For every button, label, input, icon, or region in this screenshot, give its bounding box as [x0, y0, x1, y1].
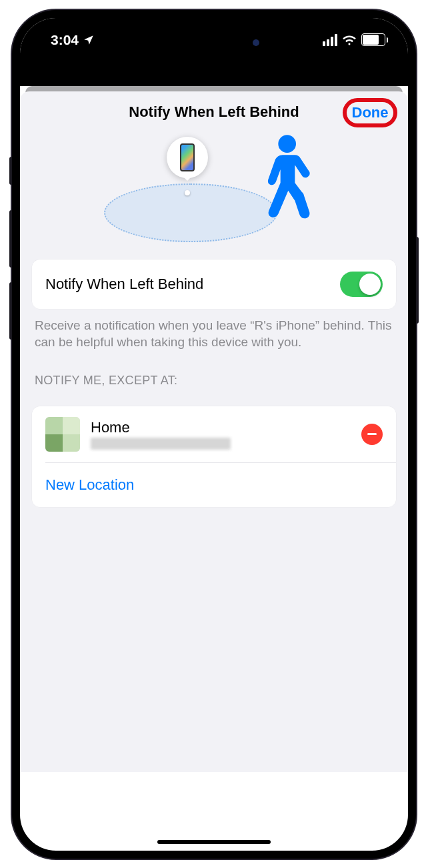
- location-address-redacted: [91, 438, 231, 450]
- status-time-group: 3:04: [40, 32, 95, 48]
- svg-point-0: [278, 135, 296, 153]
- illustration: [20, 133, 408, 248]
- locations-card: Home New Location: [32, 406, 396, 507]
- remove-location-button[interactable]: [361, 424, 383, 445]
- new-location-button[interactable]: New Location: [32, 463, 396, 507]
- volume-down-button: [9, 282, 12, 340]
- description-text: Receive a notification when you leave “R…: [20, 309, 408, 351]
- done-button[interactable]: Done: [352, 104, 389, 121]
- notify-toggle[interactable]: [340, 272, 383, 297]
- location-text: Home: [91, 419, 351, 450]
- status-bar-bg: [20, 57, 408, 86]
- settings-sheet: Notify When Left Behind Done Notif: [20, 91, 408, 772]
- location-thumbnail-icon: [45, 417, 80, 452]
- wifi-icon: [342, 34, 357, 46]
- notify-toggle-label: Notify When Left Behind: [45, 276, 203, 293]
- battery-percent: 71: [362, 35, 385, 45]
- power-button: [416, 237, 419, 324]
- volume-up-button: [9, 210, 12, 268]
- home-indicator[interactable]: [157, 840, 271, 844]
- cellular-icon: [323, 34, 337, 46]
- iphone-icon: [180, 143, 195, 171]
- toggle-knob: [359, 274, 381, 295]
- status-time: 3:04: [51, 32, 79, 48]
- except-section-header: NOTIFY ME, EXCEPT AT:: [20, 351, 408, 394]
- done-button-highlight: Done: [343, 98, 397, 127]
- silent-switch: [9, 157, 12, 185]
- screen: 3:04 71 Notify When Left Behind: [20, 18, 408, 851]
- walking-person-icon: [249, 133, 316, 240]
- dynamic-island: [157, 29, 271, 57]
- sheet-title: Notify When Left Behind: [129, 103, 299, 121]
- notify-toggle-row: Notify When Left Behind: [32, 260, 396, 309]
- camera-dot-icon: [253, 39, 259, 46]
- location-arrow-icon: [83, 34, 95, 46]
- location-name: Home: [91, 419, 351, 436]
- sheet-header: Notify When Left Behind Done: [20, 91, 408, 133]
- toggle-card: Notify When Left Behind: [32, 260, 396, 309]
- battery-icon: 71: [361, 33, 388, 46]
- status-right-group: 71: [323, 33, 388, 46]
- location-row-home[interactable]: Home: [32, 406, 396, 462]
- phone-frame: 3:04 71 Notify When Left Behind: [12, 10, 416, 859]
- device-pin-icon: [167, 137, 208, 178]
